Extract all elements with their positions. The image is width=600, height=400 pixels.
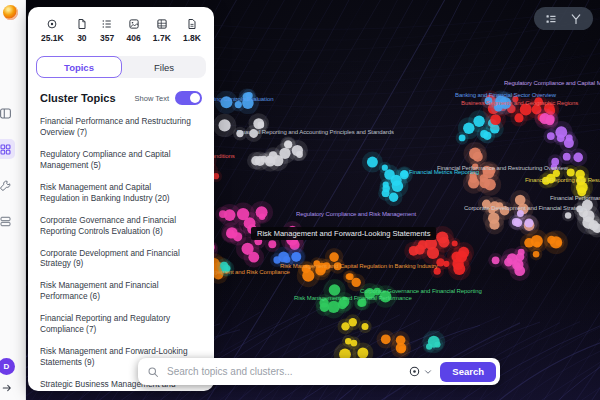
image-icon — [128, 18, 140, 30]
app-logo-icon[interactable] — [3, 5, 18, 20]
stat-value: 1.8K — [183, 33, 201, 43]
show-text-label: Show Text — [135, 94, 169, 103]
search-bar: Search — [138, 358, 500, 385]
sidebar-item-panel-left-icon[interactable] — [0, 103, 15, 123]
circle-dot-icon — [46, 18, 58, 30]
stats-row: 25.1K303574061.7K1.8K — [28, 7, 214, 43]
stat-value: 25.1K — [41, 33, 64, 43]
tab-topics[interactable]: Topics — [36, 56, 122, 78]
stat-circle-dot[interactable]: 25.1K — [41, 18, 64, 43]
sidebar-item-grid-icon[interactable] — [0, 139, 15, 159]
file-icon — [76, 18, 88, 30]
tab-files[interactable]: Files — [122, 56, 206, 78]
topics-panel: 25.1K303574061.7K1.8K TopicsFiles Cluste… — [28, 7, 214, 391]
topic-item[interactable]: Regulatory Compliance and Capital Manage… — [40, 149, 192, 171]
panel-tabs: TopicsFiles — [36, 56, 206, 78]
cluster-accounting-standards[interactable] — [213, 113, 308, 171]
cluster-controls-evaluation[interactable] — [215, 89, 259, 115]
app: Corporate Governance and Financial Repor… — [0, 0, 600, 400]
sidebar-item-wrench-icon[interactable] — [0, 175, 15, 195]
topic-item[interactable]: Financial Performance and Restructuring … — [40, 116, 192, 138]
search-scope-icon[interactable] — [408, 365, 421, 378]
sidebar-item-stack-icon[interactable] — [0, 211, 15, 231]
show-text-toggle[interactable] — [175, 91, 202, 105]
stat-list[interactable]: 357 — [100, 18, 114, 43]
collapse-sidebar-icon[interactable] — [1, 382, 13, 394]
filter-icon[interactable] — [570, 13, 582, 25]
highlighted-cluster-label[interactable]: Risk Management and Forward-Looking Stat… — [251, 227, 436, 240]
cluster-metrics-reporting[interactable] — [362, 152, 413, 207]
cluster-pink-bottom[interactable] — [488, 246, 530, 281]
cluster-gray-right[interactable] — [562, 195, 600, 238]
stat-value: 1.7K — [153, 33, 171, 43]
topic-item[interactable]: Risk Management and Financial Performanc… — [40, 280, 192, 302]
app-sidebar: D — [0, 0, 26, 400]
topic-list: Financial Performance and Restructuring … — [40, 116, 202, 391]
topic-item[interactable]: Corporate Development and Financial Stra… — [40, 248, 192, 270]
cluster-teal-bottom[interactable] — [422, 330, 445, 353]
search-icon — [147, 366, 159, 378]
table-icon — [156, 18, 168, 30]
toggle-knob — [190, 93, 200, 103]
stat-file[interactable]: 30 — [76, 18, 88, 43]
stat-value: 30 — [77, 33, 86, 43]
topic-item[interactable]: Financial Reporting and Regulatory Compl… — [40, 313, 192, 335]
list-icon — [101, 18, 113, 30]
file-text-icon — [186, 18, 198, 30]
sidebar-nav — [0, 103, 15, 231]
topic-item[interactable]: Corporate Governance and Financial Repor… — [40, 215, 192, 237]
stat-value: 406 — [126, 33, 140, 43]
stat-image[interactable]: 406 — [126, 18, 140, 43]
sidebar-footer: D — [0, 358, 15, 394]
stat-file-text[interactable]: 1.8K — [183, 18, 201, 43]
cluster-topics-header: Cluster Topics Show Text — [40, 91, 202, 105]
chevron-down-icon[interactable] — [423, 367, 433, 377]
user-avatar[interactable]: D — [0, 358, 15, 375]
stat-table[interactable]: 1.7K — [153, 18, 171, 43]
cluster-topics-title: Cluster Topics — [40, 92, 135, 104]
legend-icon[interactable] — [545, 13, 557, 25]
cluster-results-overview[interactable] — [538, 165, 593, 200]
search-button[interactable]: Search — [440, 362, 496, 382]
cluster-restructuring-overview[interactable] — [463, 142, 501, 196]
topic-item[interactable]: Risk Management and Capital Regulation i… — [40, 182, 192, 204]
search-input[interactable] — [165, 365, 408, 378]
stat-value: 357 — [100, 33, 114, 43]
viz-toolbar — [534, 7, 593, 30]
cluster-orange-bottom[interactable] — [377, 330, 412, 358]
